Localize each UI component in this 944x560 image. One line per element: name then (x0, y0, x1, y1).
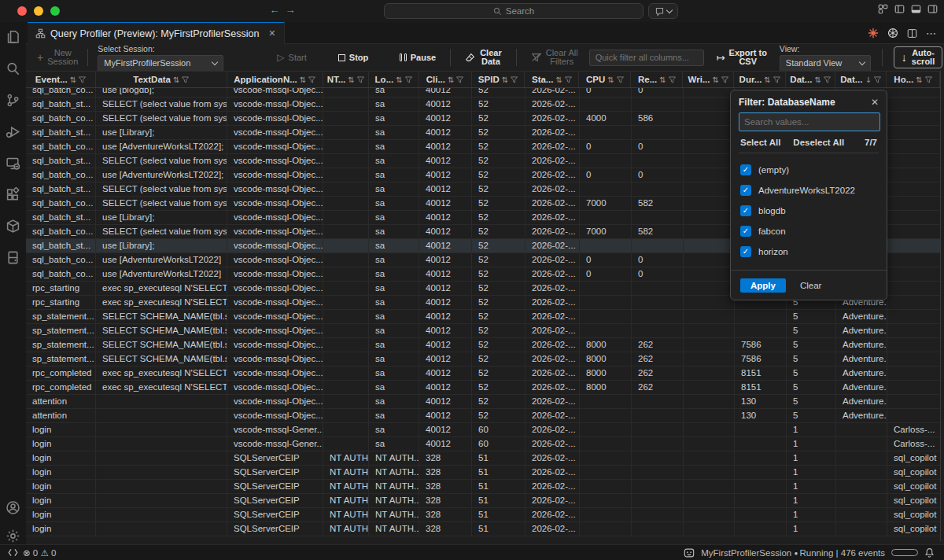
more-actions-icon[interactable]: ⋯ (926, 28, 936, 39)
table-row[interactable]: loginvscode-mssql-Gener...sa40012602026-… (26, 423, 940, 437)
window-minimize-button[interactable] (34, 6, 43, 16)
checkbox-checked-icon[interactable]: ✓ (740, 164, 751, 175)
remote-explorer-icon[interactable] (0, 151, 26, 175)
toggle-primary-sidebar-icon[interactable] (894, 4, 905, 14)
tab-query-profiler[interactable]: Query Profiler (Preview): MyFirstProfile… (28, 22, 285, 44)
column-header-app[interactable]: ApplicationN...⇅ (227, 72, 323, 87)
clear-button[interactable]: Clear (800, 281, 821, 290)
column-header-event[interactable]: Event...⇅ (26, 72, 96, 87)
sort-icon[interactable]: ⇅ (712, 76, 718, 84)
split-editor-icon[interactable] (907, 28, 917, 39)
source-control-icon[interactable] (0, 88, 26, 112)
column-header-spid[interactable]: SPID⇅ (472, 72, 525, 87)
filter-funnel-icon[interactable] (182, 76, 189, 83)
customize-layout-icon[interactable] (878, 4, 888, 14)
sort-icon[interactable]: ⇅ (70, 76, 76, 84)
feedback-icon[interactable] (684, 547, 695, 558)
filter-funnel-icon[interactable] (565, 76, 572, 83)
sort-icon[interactable]: ⇅ (348, 76, 354, 84)
table-row[interactable]: loginSQLServerCEIPNT AUTH...NT AUTH...32… (26, 508, 940, 522)
starburst-icon[interactable] (868, 28, 879, 39)
column-header-lo[interactable]: Lo...⇅ (369, 72, 419, 87)
table-row[interactable]: loginSQLServerCEIPNT AUTH...NT AUTH...32… (26, 451, 940, 466)
column-header-dat2[interactable]: Dat...↓ (835, 72, 887, 87)
search-icon[interactable] (0, 57, 26, 80)
command-center-search[interactable]: Search (384, 3, 643, 19)
filter-funnel-icon[interactable] (308, 76, 315, 83)
clear-data-button[interactable]: Clear Data (465, 49, 502, 66)
table-row[interactable]: rpc_completedexec sp_executesql N'SELECT… (26, 381, 940, 395)
knot-icon[interactable] (887, 28, 898, 39)
toggle-panel-icon[interactable] (911, 4, 921, 14)
table-row[interactable]: rpc_completedexec sp_executesql N'SELECT… (26, 367, 940, 381)
filter-option-horizon[interactable]: ✓horizon (740, 241, 877, 262)
filter-search-input[interactable] (739, 112, 880, 131)
extensions-icon[interactable] (0, 182, 26, 206)
pause-button[interactable]: Pause (400, 53, 436, 62)
table-row[interactable]: loginSQLServerCEIPNT AUTH...NT AUTH...32… (26, 466, 940, 480)
checkbox-checked-icon[interactable]: ✓ (740, 205, 751, 216)
sort-icon[interactable]: ⇅ (764, 76, 770, 84)
containers-icon[interactable] (0, 214, 26, 238)
checkbox-checked-icon[interactable]: ✓ (740, 185, 751, 196)
toggle-secondary-sidebar-icon[interactable] (927, 4, 938, 14)
sort-icon[interactable]: ⇅ (607, 76, 614, 84)
filter-funnel-icon[interactable] (721, 76, 728, 83)
filter-funnel-icon[interactable] (874, 76, 881, 83)
remote-window-icon[interactable] (8, 547, 18, 558)
filter-funnel-icon[interactable] (456, 76, 463, 83)
sort-icon[interactable]: ⇅ (659, 76, 666, 84)
column-header-dat1[interactable]: Dat...⇅ (786, 72, 835, 87)
filter-funnel-icon[interactable] (357, 76, 364, 83)
filter-option--empty-[interactable]: ✓(empty) (740, 160, 877, 180)
account-icon[interactable] (0, 496, 26, 519)
new-session-button[interactable]: + New Session (37, 49, 78, 66)
filter-funnel-icon[interactable] (617, 76, 624, 83)
table-row[interactable]: sp_statement...SELECT SCHEMA_NAME(tbl.sc… (26, 338, 940, 352)
sort-icon[interactable]: ⇅ (814, 76, 820, 84)
window-close-button[interactable] (17, 6, 27, 16)
table-row[interactable]: loginvscode-mssql-Gener...sa40012602026-… (26, 437, 940, 451)
table-row[interactable]: sp_statement...SELECT SCHEMA_NAME(tbl.sc… (26, 352, 940, 367)
bell-icon[interactable] (924, 547, 935, 558)
quick-filter-input[interactable] (589, 50, 704, 66)
view-dropdown[interactable]: Standard View (780, 55, 871, 72)
table-row[interactable]: attentionvscode-mssql-Objec...sa40012522… (26, 409, 940, 423)
explorer-icon[interactable] (0, 25, 26, 49)
table-row[interactable]: loginSQLServerCEIPNT AUTH...NT AUTH...32… (26, 480, 940, 494)
apply-button[interactable]: Apply (740, 278, 786, 293)
filter-option-blogdb[interactable]: ✓blogdb (740, 201, 877, 221)
close-icon[interactable]: ✕ (871, 97, 879, 108)
sort-icon[interactable]: ⇅ (555, 76, 562, 84)
filter-option-fabcon[interactable]: ✓fabcon (740, 221, 877, 241)
run-debug-icon[interactable] (0, 120, 26, 143)
checkbox-checked-icon[interactable]: ✓ (740, 246, 751, 257)
filter-option-adventureworkslt2022[interactable]: ✓AdventureWorksLT2022 (740, 180, 877, 201)
auto-scroll-button[interactable]: ↓ Auto- scroll (894, 46, 942, 68)
sort-icon[interactable]: ⇅ (502, 76, 508, 84)
column-header-ho[interactable]: Ho...⇅ (887, 72, 940, 87)
filter-funnel-icon[interactable] (925, 76, 932, 83)
filter-funnel-icon[interactable] (405, 76, 412, 83)
table-row[interactable]: loginSQLServerCEIPNT AUTH...NT AUTH...32… (26, 494, 940, 508)
start-button[interactable]: ▷ Start (277, 53, 306, 62)
column-header-wri[interactable]: Wri...⇅ (683, 72, 734, 87)
column-header-nt[interactable]: NT...⇅ (323, 72, 369, 87)
table-row[interactable]: sp_statement...SELECT SCHEMA_NAME(tbl.sc… (26, 310, 940, 324)
export-csv-button[interactable]: ↦ Export to CSV (717, 49, 767, 66)
sort-icon[interactable]: ⇅ (300, 76, 306, 84)
stop-button[interactable]: Stop (338, 53, 368, 62)
sort-icon[interactable]: ⇅ (916, 76, 922, 84)
filter-funnel-icon[interactable] (511, 76, 518, 83)
clear-all-filters-button[interactable]: Clear All Filters (531, 49, 578, 66)
column-header-cpu[interactable]: CPU⇅ (579, 72, 631, 87)
filter-funnel-icon[interactable] (824, 76, 831, 83)
sort-icon[interactable]: ⇅ (448, 76, 454, 84)
window-zoom-button[interactable] (50, 6, 60, 16)
deselect-all-button[interactable]: Deselect All (793, 138, 844, 147)
table-row[interactable]: attentionvscode-mssql-Objec...sa40012522… (26, 395, 940, 409)
select-session-dropdown[interactable]: MyFirstProfilerSession (98, 55, 223, 72)
column-header-cli[interactable]: Cli...⇅ (419, 72, 472, 87)
filter-funnel-icon[interactable] (773, 76, 780, 83)
tab-close-icon[interactable]: ✕ (268, 28, 275, 39)
